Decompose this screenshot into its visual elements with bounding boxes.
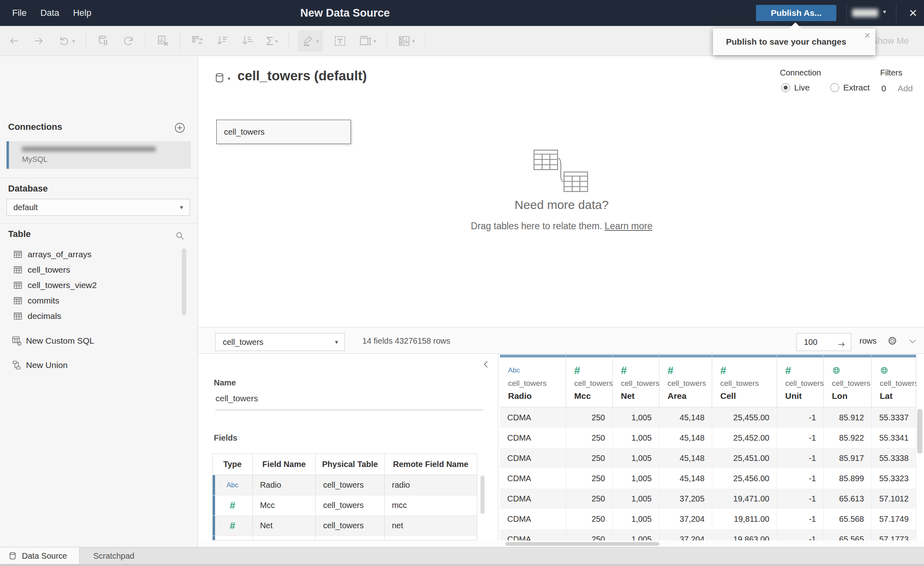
grid-row[interactable]: CDMA2501,00537,20519,471.00-165.61357.10… [500, 489, 916, 509]
highlight-icon[interactable]: ▾ [298, 30, 323, 52]
fields-column-header: Physical Table [316, 454, 384, 475]
field-row-net[interactable]: #Netcell_towersnet [213, 516, 477, 536]
table-item-cell_towers[interactable]: cell_towers [0, 262, 182, 278]
connection-item[interactable]: MySQL [6, 141, 191, 169]
toolbar-separator [387, 32, 387, 50]
radio-selected-icon[interactable] [781, 83, 790, 92]
window-close-button[interactable]: × [904, 3, 922, 23]
logical-table-node[interactable]: cell_towers [216, 120, 351, 144]
table-item-decimals[interactable]: decimals [0, 308, 182, 324]
new-custom-sql-button[interactable]: New Custom SQL [0, 333, 198, 349]
data-source-title: cell_towers (default) [237, 68, 367, 84]
column-table-name: cell_towers [720, 379, 759, 388]
grid-column-header-cell[interactable]: #cell_towersCell [712, 354, 777, 407]
grid-cell: -1 [777, 489, 824, 509]
grid-row[interactable]: CDMA2501,00537,20419,863.00-165.56557.17… [500, 529, 916, 540]
live-radio-option[interactable]: Live [781, 83, 810, 93]
replay-icon[interactable]: ▾ [56, 30, 77, 52]
chevron-down-icon[interactable]: ▾ [228, 75, 230, 82]
grid-row[interactable]: CDMA2501,00545,14825,452.00-185.92255.33… [500, 428, 916, 448]
field-row-area[interactable]: #Areacell_towersarea [213, 536, 477, 540]
grid-vertical-scrollbar[interactable] [917, 355, 922, 539]
grid-horizontal-scrollbar[interactable] [198, 540, 924, 547]
menu-help[interactable]: Help [73, 8, 91, 18]
table-item-cell_towers_view2[interactable]: cell_towers_view2 [0, 278, 182, 293]
swap-rows-columns-icon[interactable] [189, 30, 205, 52]
extract-radio-option[interactable]: Extract [830, 83, 870, 93]
show-me-button[interactable]: Show Me [872, 26, 909, 56]
table-item-arrays_of_arrays[interactable]: arrays_of_arrays [0, 247, 182, 262]
grid-cell: 37,204 [659, 509, 712, 529]
collapse-pane-icon[interactable] [481, 359, 491, 369]
clear-sheet-icon[interactable] [155, 30, 171, 52]
field-row-radio[interactable]: AbcRadiocell_towersradio [213, 475, 477, 495]
grid-column-header-unit[interactable]: #cell_towersUnit [777, 354, 824, 407]
fit-width-icon[interactable]: ▾ [357, 30, 378, 52]
column-table-name: cell_towers [621, 379, 659, 388]
radio-unselected-icon[interactable] [830, 83, 839, 92]
grid-column-header-mcc[interactable]: #cell_towersMcc [566, 354, 613, 407]
collapse-preview-icon[interactable] [908, 336, 918, 346]
undo-icon[interactable] [6, 30, 22, 52]
learn-more-link[interactable]: Learn more [605, 221, 653, 231]
text-annotation-icon[interactable] [332, 30, 348, 52]
show-cards-icon[interactable]: ▾ [396, 30, 417, 52]
divider [0, 178, 198, 178]
grid-row[interactable]: CDMA2501,00545,14825,456.00-185.89955.33… [500, 468, 916, 489]
tab-data-source[interactable]: Data Source [0, 547, 80, 564]
filters-add-link[interactable]: Add [898, 84, 913, 93]
number-type-icon: # [785, 364, 791, 377]
new-union-button[interactable]: New Union [0, 357, 198, 373]
run-update-icon[interactable] [120, 30, 136, 52]
grid-column-header-net[interactable]: #cell_towersNet [613, 354, 659, 407]
publish-as-button[interactable]: Publish As... [756, 5, 836, 21]
row-count-input[interactable]: 100 [796, 333, 851, 351]
sidebar: Connections MySQL Database default ▾ Tab… [0, 56, 198, 547]
grid-cell: -1 [777, 448, 824, 468]
grid-column-header-radio[interactable]: Abccell_towersRadio [500, 354, 566, 407]
sort-descending-icon[interactable] [239, 30, 256, 52]
grid-row[interactable]: CDMA2501,00537,20419,811.00-165.56857.17… [500, 509, 916, 529]
table-item-commits[interactable]: commits [0, 293, 182, 308]
column-table-name: cell_towers [574, 379, 613, 388]
database-select[interactable]: default ▾ [6, 199, 190, 216]
column-table-name: cell_towers [880, 379, 916, 388]
grid-cell: CDMA [500, 407, 566, 428]
grid-cell: 1,005 [613, 489, 659, 509]
name-value[interactable]: cell_towers [215, 394, 258, 403]
data-source-icon[interactable] [214, 71, 225, 84]
add-connection-icon[interactable] [174, 122, 186, 134]
search-icon[interactable] [174, 230, 185, 241]
preview-table-select[interactable]: cell_towers ▾ [215, 333, 345, 351]
grid-cell: CDMA [500, 529, 566, 540]
pause-auto-updates-icon[interactable] [95, 30, 111, 52]
gear-icon[interactable] [887, 336, 898, 346]
redo-icon[interactable] [31, 30, 47, 52]
grid-row[interactable]: CDMA2501,00545,14825,451.00-185.91755.33… [500, 448, 916, 468]
toolbar-separator [86, 32, 86, 50]
sidebar-scrollbar[interactable] [182, 248, 186, 315]
grid-column-header-lon[interactable]: cell_towersLon [824, 354, 872, 407]
column-field-name: Lon [832, 391, 847, 401]
grid-row[interactable]: CDMA2501,00545,14825,455.00-185.91255.33… [500, 407, 916, 428]
sort-ascending-icon[interactable] [214, 30, 230, 52]
field-row-mcc[interactable]: #Mcccell_towersmcc [213, 495, 477, 516]
menu-file[interactable]: File [12, 8, 26, 18]
tooltip-close-icon[interactable]: × [864, 30, 870, 41]
grid-column-header-lat[interactable]: cell_towersLat [872, 354, 916, 407]
field-name-cell: Area [253, 536, 316, 540]
apply-row-count-icon[interactable] [837, 338, 846, 346]
empty-state-heading: Need more data? [460, 198, 663, 212]
account-menu[interactable] [852, 9, 878, 17]
grid-vertical-scrollbar-thumb[interactable] [917, 409, 922, 454]
totals-icon[interactable]: Σ▾ [265, 30, 280, 52]
grid-cell: CDMA [500, 509, 566, 529]
grid-cell: 1,005 [613, 529, 659, 540]
grid-column-header-area[interactable]: #cell_towersArea [659, 354, 712, 407]
tab-scratchpad[interactable]: Scratchpad [80, 547, 213, 564]
table-icon [13, 265, 23, 275]
fields-scrollbar[interactable] [480, 476, 485, 514]
grid-horizontal-scrollbar-thumb[interactable] [505, 542, 659, 546]
grid-cell: 25,451.00 [712, 448, 777, 468]
menu-data[interactable]: Data [40, 8, 59, 18]
